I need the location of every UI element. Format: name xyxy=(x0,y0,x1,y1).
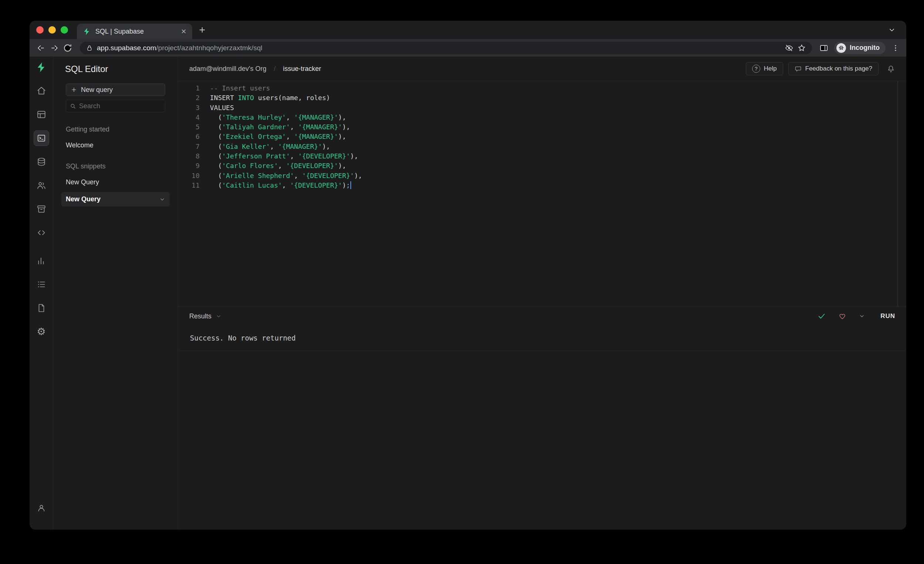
new-query-button[interactable]: New query xyxy=(66,84,165,96)
minimize-window-button[interactable] xyxy=(48,26,56,34)
line-number: 10 xyxy=(178,171,200,181)
success-check-icon xyxy=(818,312,826,320)
search-box[interactable] xyxy=(66,100,165,112)
logs-icon[interactable] xyxy=(34,277,49,292)
traffic-lights xyxy=(36,26,68,34)
supabase-favicon xyxy=(83,27,91,36)
bookmark-star-icon[interactable] xyxy=(797,43,806,52)
browser-toolbar: app.supabase.com/project/azahtnhqohyjerz… xyxy=(30,39,906,57)
browser-menu-kebab-icon[interactable] xyxy=(891,44,900,52)
code-line-2[interactable]: 2INSERT INTO users(name, roles) xyxy=(178,93,906,103)
sql-editor-sidebar: SQL Editor New query Getting started Wel… xyxy=(53,57,178,530)
breadcrumb-separator: / xyxy=(274,65,276,73)
url-path: /project/azahtnhqohyjerzaxtmk/sql xyxy=(156,44,262,52)
side-panel-icon[interactable] xyxy=(819,43,828,52)
cookies-blocked-eye-icon[interactable] xyxy=(784,43,794,52)
code-line-7[interactable]: 7 ('Gia Keller', '{MANAGER}'), xyxy=(178,142,906,151)
close-window-button[interactable] xyxy=(36,26,44,34)
line-number: 9 xyxy=(178,161,200,171)
nav-rail: ⚙ xyxy=(30,57,53,530)
section-label-getting-started: Getting started xyxy=(66,126,165,133)
query-result-message: Success. No rows returned xyxy=(178,325,906,351)
results-bar: Results RUN xyxy=(178,307,906,325)
run-button[interactable]: RUN xyxy=(880,313,895,320)
code-line-11[interactable]: 11 ('Caitlin Lucas', '{DEVELOPER}'); xyxy=(178,181,906,190)
line-number: 6 xyxy=(178,132,200,141)
line-number: 8 xyxy=(178,151,200,161)
auth-users-icon[interactable] xyxy=(34,178,49,193)
incognito-badge[interactable]: Incognito xyxy=(834,42,885,54)
search-input[interactable] xyxy=(79,102,161,110)
reports-icon[interactable] xyxy=(34,253,49,269)
url-text: app.supabase.com/project/azahtnhqohyjerz… xyxy=(97,44,262,52)
browser-tab[interactable]: SQL | Supabase × xyxy=(77,24,192,39)
line-number: 1 xyxy=(178,84,200,93)
account-avatar-icon[interactable] xyxy=(34,500,49,516)
results-chevron-icon xyxy=(216,314,221,319)
header-actions: ? Help Feedback on this page? xyxy=(746,62,895,75)
code-line-4[interactable]: 4 ('Theresa Hurley', '{MANAGER}'), xyxy=(178,113,906,122)
feedback-label: Feedback on this page? xyxy=(806,65,872,72)
supabase-app: ⚙ SQL Editor New query Gettin xyxy=(30,57,906,530)
tab-search-chevron-icon[interactable] xyxy=(888,26,896,34)
fullscreen-window-button[interactable] xyxy=(61,26,68,34)
settings-gear-icon[interactable]: ⚙ xyxy=(34,324,49,340)
line-number: 5 xyxy=(178,122,200,132)
reload-button[interactable] xyxy=(63,43,72,53)
code-line-3[interactable]: 3VALUES xyxy=(178,103,906,113)
breadcrumb-project[interactable]: issue-tracker xyxy=(283,65,321,73)
toolbar-right: Incognito xyxy=(819,42,900,54)
line-number: 7 xyxy=(178,142,200,151)
feedback-button[interactable]: Feedback on this page? xyxy=(788,62,879,75)
notifications-bell-icon[interactable] xyxy=(886,64,895,73)
edge-functions-icon[interactable] xyxy=(34,225,49,241)
new-tab-button[interactable] xyxy=(198,25,207,34)
sidebar-item-welcome[interactable]: Welcome xyxy=(66,141,165,149)
search-icon xyxy=(70,103,76,109)
editor-scrollbar[interactable] xyxy=(897,81,898,307)
code-line-6[interactable]: 6 ('Ezekiel Ortega', '{MANAGER}'), xyxy=(178,132,906,141)
page-title: SQL Editor xyxy=(53,57,178,81)
home-icon[interactable] xyxy=(34,83,49,99)
code-line-10[interactable]: 10 ('Arielle Shepherd', '{DEVELOPER}'), xyxy=(178,171,906,181)
line-number: 4 xyxy=(178,113,200,122)
help-label: Help xyxy=(764,65,777,72)
new-query-button-label: New query xyxy=(81,86,113,94)
url-domain: app.supabase.com xyxy=(97,44,156,52)
code-line-9[interactable]: 9 ('Carlo Flores', '{DEVELOPER}'), xyxy=(178,161,906,171)
sql-editor-icon[interactable] xyxy=(34,130,49,146)
storage-icon[interactable] xyxy=(34,201,49,217)
text-cursor xyxy=(350,181,351,189)
run-options-chevron-icon[interactable] xyxy=(859,313,865,319)
browser-window: SQL | Supabase × app.supabase.com/projec… xyxy=(30,21,906,530)
table-editor-icon[interactable] xyxy=(34,107,49,122)
sidebar-item-new-query-active[interactable]: New Query xyxy=(62,192,170,206)
help-button[interactable]: ? Help xyxy=(746,62,783,75)
address-bar[interactable]: app.supabase.com/project/azahtnhqohyjerz… xyxy=(80,42,812,54)
results-actions: RUN xyxy=(818,312,895,320)
tab-strip: SQL | Supabase × xyxy=(30,21,906,39)
empty-area xyxy=(178,351,906,530)
incognito-icon xyxy=(836,43,846,53)
code-line-8[interactable]: 8 ('Jefferson Pratt', '{DEVELOPER}'), xyxy=(178,151,906,161)
line-number: 11 xyxy=(178,181,200,190)
tab-title: SQL | Supabase xyxy=(95,28,177,36)
feedback-bubble-icon xyxy=(795,65,802,72)
tab-close-icon[interactable]: × xyxy=(181,27,186,36)
breadcrumb-org[interactable]: adam@windmill.dev's Org xyxy=(189,65,267,73)
docs-icon[interactable] xyxy=(34,300,49,316)
main-panel: adam@windmill.dev's Org / issue-tracker … xyxy=(178,57,906,530)
forward-button[interactable] xyxy=(50,43,59,53)
main-header: adam@windmill.dev's Org / issue-tracker … xyxy=(178,57,906,81)
help-icon: ? xyxy=(752,64,760,73)
code-lines[interactable]: 1-- Insert users2INSERT INTO users(name,… xyxy=(178,84,906,190)
supabase-logo-icon[interactable] xyxy=(36,62,47,73)
sql-code-editor[interactable]: 1-- Insert users2INSERT INTO users(name,… xyxy=(178,81,906,307)
back-button[interactable] xyxy=(36,43,46,53)
code-line-5[interactable]: 5 ('Taliyah Gardner', '{MANAGER}'), xyxy=(178,122,906,132)
database-icon[interactable] xyxy=(34,154,49,169)
favorite-heart-icon[interactable] xyxy=(838,312,846,320)
results-tab[interactable]: Results xyxy=(189,313,221,320)
code-line-1[interactable]: 1-- Insert users xyxy=(178,84,906,93)
sidebar-item-new-query-1[interactable]: New Query xyxy=(66,178,165,186)
